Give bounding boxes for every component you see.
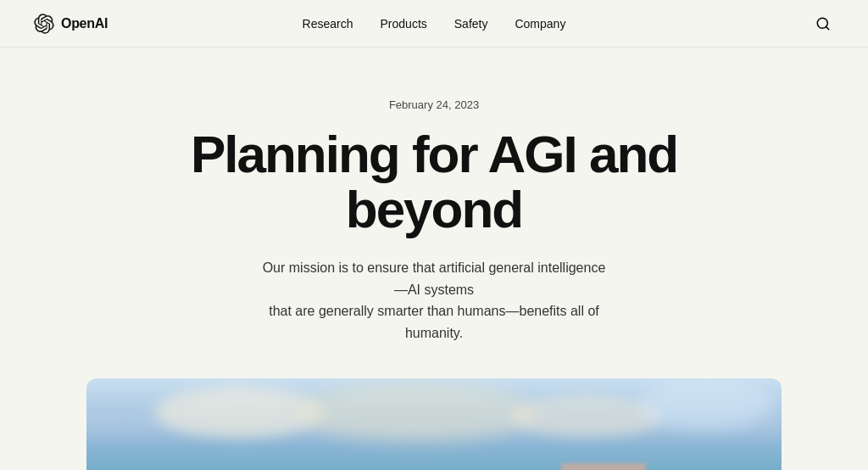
hero-date: February 24, 2023 (389, 98, 479, 111)
search-icon (815, 16, 831, 31)
painting-cloud-2 (298, 383, 536, 442)
hero-image (86, 378, 782, 470)
hero-subtitle-line2: that are generally smarter than humans—b… (269, 304, 599, 340)
nav-safety[interactable]: Safety (454, 17, 488, 31)
navbar-center: Research Products Safety Company (303, 17, 566, 31)
navbar-right (812, 13, 834, 35)
painting-cloud-4 (637, 378, 773, 429)
hero-subtitle: Our mission is to ensure that artificial… (256, 257, 612, 344)
navbar-left: OpenAI (34, 14, 108, 34)
openai-logo[interactable]: OpenAI (34, 14, 108, 34)
svg-line-1 (826, 26, 828, 29)
openai-logo-icon (34, 14, 54, 34)
hero-title: Planning for AGI and beyond (116, 126, 752, 237)
search-button[interactable] (812, 13, 834, 35)
hero-section: February 24, 2023 Planning for AGI and b… (0, 48, 868, 378)
hero-painting (86, 378, 782, 470)
openai-logo-text: OpenAI (61, 16, 108, 31)
nav-company[interactable]: Company (515, 17, 565, 31)
hero-subtitle-line1: Our mission is to ensure that artificial… (263, 260, 606, 297)
nav-research[interactable]: Research (303, 17, 353, 31)
nav-products[interactable]: Products (381, 17, 427, 31)
painting-building-pink (561, 463, 646, 470)
navbar: OpenAI Research Products Safety Company (0, 0, 868, 48)
